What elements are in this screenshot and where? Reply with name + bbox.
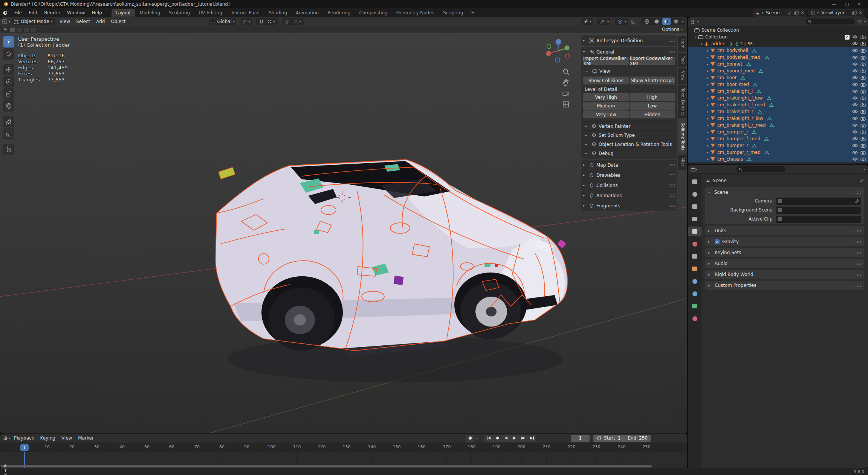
render-visibility-icon[interactable] (860, 157, 866, 161)
outliner-row[interactable]: Scene Collection ▽ ✓ (688, 27, 868, 34)
outliner-row[interactable]: ▸ cm_brakelight_r_low ▽ ✓ (688, 115, 868, 122)
outliner-editor-icon[interactable] (690, 19, 695, 24)
lod-button[interactable]: Very Low (583, 110, 629, 118)
tool-measure[interactable] (3, 128, 14, 139)
unlink-scene-icon[interactable]: ✕ (801, 10, 804, 15)
filter-icon[interactable] (857, 19, 862, 24)
shading-rendered[interactable] (672, 18, 680, 25)
hide-eye-icon[interactable] (852, 144, 858, 147)
render-visibility-icon[interactable] (860, 55, 866, 60)
render-visibility-icon[interactable] (860, 144, 866, 148)
panel-grip[interactable] (669, 204, 675, 207)
topbar-menu[interactable]: Help (88, 9, 105, 17)
timeline-menu[interactable]: Keying (37, 435, 58, 441)
properties-tab[interactable] (688, 214, 701, 224)
codewalker-xml-button[interactable]: Export Codewalker XML (630, 57, 675, 65)
panel-grip[interactable] (855, 191, 861, 194)
render-visibility-icon[interactable] (860, 76, 866, 80)
expand-arrow[interactable]: ▸ (706, 124, 710, 127)
outliner-row[interactable]: ▸ cm_brakelight_l_low ▽ ✓ (688, 95, 868, 101)
render-visibility-icon[interactable] (860, 150, 866, 155)
lod-button[interactable]: Medium (583, 102, 629, 110)
properties-tab[interactable] (688, 239, 701, 249)
hide-eye-icon[interactable] (852, 62, 858, 66)
workspace-tab[interactable]: Sculpting (165, 9, 194, 17)
panel-grip[interactable] (855, 284, 861, 287)
hide-eye-icon[interactable] (852, 157, 858, 161)
timeline-menu[interactable]: Playback (11, 435, 37, 441)
ortho-grid-icon[interactable] (562, 101, 570, 108)
frame-start-field[interactable]: Start 1 (593, 435, 624, 442)
visibility-selector[interactable]: ▾ (582, 18, 593, 25)
general-subpanel[interactable]: ▸ Vertex Painter (581, 121, 677, 130)
scene-selector[interactable]: ▾ Scene ✕ (753, 9, 806, 17)
outliner-row[interactable]: ▸ cm_boot ▽ ✓ (688, 74, 868, 81)
sidebar-tab[interactable]: Tool (678, 53, 686, 67)
outliner-row[interactable]: ▾ Collection ▽ ✓ (688, 34, 868, 40)
expand-arrow[interactable]: ▸ (706, 83, 710, 86)
properties-tab[interactable] (688, 289, 701, 299)
timeline-editor-icon[interactable] (3, 436, 8, 441)
render-visibility-icon[interactable] (860, 42, 866, 46)
sidebar-tab[interactable]: Item (678, 36, 686, 52)
outliner-row[interactable]: ▸ cm_bumper_f ▽ ✓ (688, 129, 868, 135)
outliner-search[interactable] (806, 18, 855, 25)
panel-grip[interactable] (855, 262, 861, 265)
properties-tab[interactable] (688, 264, 701, 274)
jump-to-start-button[interactable] (484, 435, 493, 442)
collection-checkbox[interactable]: ✓ (845, 35, 850, 40)
hide-eye-icon[interactable] (852, 96, 858, 100)
falloff-selector[interactable]: ▾ (292, 18, 302, 25)
frame-end-field[interactable]: End 250 (624, 435, 651, 442)
property-field[interactable] (776, 198, 861, 205)
editor-type-icon[interactable] (2, 19, 7, 24)
properties-panel[interactable]: ▸ ✓ Custom Properties (705, 281, 864, 290)
sidebar-tab[interactable]: Misc (678, 155, 686, 170)
hide-eye-icon[interactable] (852, 137, 858, 141)
expand-arrow[interactable]: ▸ (706, 110, 710, 113)
outliner-search-input[interactable] (813, 19, 853, 24)
jump-to-end-button[interactable] (527, 435, 536, 442)
outliner-row[interactable]: ▸ cm_bumper_r_med ▽ ✓ (688, 149, 868, 156)
workspace-tab[interactable]: Texture Paint (227, 9, 264, 17)
hide-eye-icon[interactable] (852, 83, 858, 86)
panel-grip[interactable] (669, 164, 675, 166)
select-mode-extend[interactable] (17, 27, 22, 32)
current-frame-field[interactable]: 1 (571, 435, 590, 442)
select-mode-subtract[interactable] (24, 27, 29, 32)
outliner-row[interactable]: ▸ cm_bodyshell ▽ ✓ (688, 47, 868, 54)
snap-target-selector[interactable]: ▾ (266, 18, 276, 25)
viewport-menu[interactable]: Select (73, 18, 93, 25)
render-visibility-icon[interactable] (860, 69, 866, 73)
maximize-icon[interactable]: ▢ (845, 2, 849, 7)
new-viewlayer-icon[interactable] (852, 11, 857, 15)
expand-arrow[interactable]: ▸ (706, 69, 710, 73)
panel-grip[interactable] (669, 51, 675, 53)
lod-button[interactable]: Low (630, 102, 675, 110)
properties-tab[interactable] (688, 314, 701, 323)
render-visibility-icon[interactable] (860, 83, 866, 87)
options-dropdown[interactable]: Options ▾ (662, 27, 684, 32)
eyedropper-icon[interactable] (854, 199, 859, 204)
zoom-icon[interactable] (562, 68, 570, 75)
expand-arrow[interactable]: ▸ (706, 49, 710, 52)
properties-panel[interactable]: ▸ ✓ Units (705, 226, 864, 235)
codewalker-xml-button[interactable]: Import Codewalker XML (583, 57, 629, 65)
expand-arrow[interactable]: ▸ (706, 151, 710, 154)
gravity-checkbox[interactable]: ✓ (715, 239, 720, 244)
select-mode-new[interactable] (9, 27, 15, 32)
expand-arrow[interactable]: ▸ (706, 97, 710, 100)
render-visibility-icon[interactable] (860, 96, 866, 100)
tool-move[interactable] (3, 64, 14, 75)
expand-arrow[interactable]: ▸ (706, 103, 710, 107)
timeline-menu[interactable]: View (58, 435, 75, 441)
play-button[interactable] (510, 435, 519, 442)
snap-toggle[interactable] (258, 18, 265, 25)
render-visibility-icon[interactable] (860, 62, 866, 66)
workspace-tab[interactable]: Compositing (355, 9, 391, 17)
timeline-tracks[interactable] (0, 452, 687, 468)
render-visibility-icon[interactable] (860, 35, 866, 39)
render-visibility-icon[interactable] (860, 89, 866, 93)
workspace-tab[interactable]: Shading (264, 9, 291, 17)
properties-tab[interactable] (688, 189, 701, 199)
